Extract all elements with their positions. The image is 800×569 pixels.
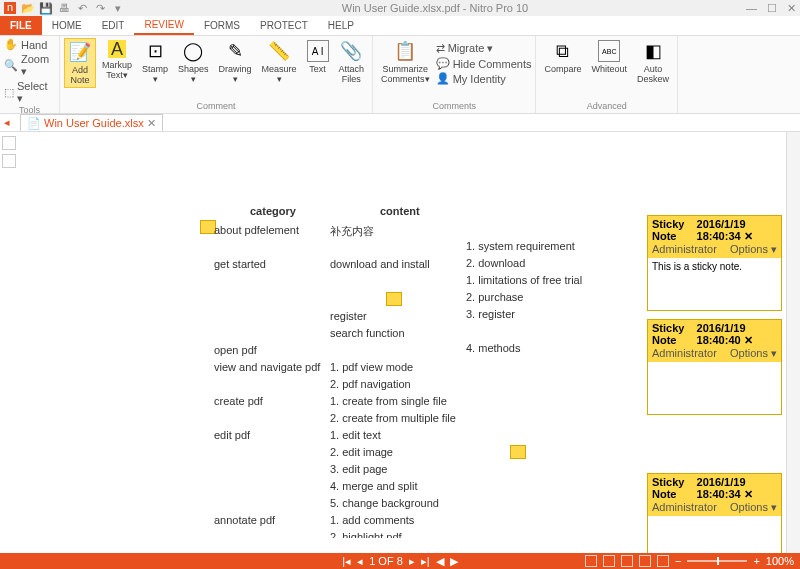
bookmarks-panel-icon[interactable] [2,154,16,168]
ruler-icon: 📏 [268,40,290,62]
cell-category: get started [214,258,266,270]
sticky-note-card[interactable]: Sticky Note2016/1/19 18:40:40 ✕Administr… [647,319,782,415]
drawing-button[interactable]: ✎Drawing ▾ [215,38,256,86]
cell-content: 2. highlight pdf [330,531,402,538]
cell-content: 2. pdf navigation [330,378,411,390]
note-icon: 📝 [69,41,91,63]
cell-content: 2. edit image [330,446,393,458]
tab-edit[interactable]: EDIT [92,16,135,35]
zoom-in-icon[interactable]: + [753,555,759,567]
view-facing-icon[interactable] [621,555,633,567]
note-title: Sticky Note [652,476,697,501]
cell-content: register [330,310,367,322]
undo-icon[interactable]: ↶ [76,2,88,14]
tab-nav-prev[interactable]: ◂ [4,116,10,129]
markup-button[interactable]: AMarkup Text▾ [98,38,136,82]
tab-forms[interactable]: FORMS [194,16,250,35]
tool-hand[interactable]: ✋Hand [4,38,55,51]
print-icon[interactable]: 🖶 [58,2,70,14]
cell-content-3: 4. methods [466,342,520,354]
zoom-slider[interactable] [687,560,747,562]
note-title: Sticky Note [652,218,697,243]
note-body[interactable]: This is a sticky note. [648,258,781,310]
maximize-icon[interactable]: ☐ [767,2,777,15]
note-options[interactable]: Options ▾ [730,347,777,360]
view-fit-icon[interactable] [657,555,669,567]
summarize-button[interactable]: 📋Summarize Comments▾ [377,38,434,86]
summarize-icon: 📋 [394,40,416,62]
sticky-note-marker[interactable] [510,445,526,459]
hide-comments-button[interactable]: 💬Hide Comments [436,57,532,70]
tool-select[interactable]: ⬚Select ▾ [4,80,55,105]
prev-page-icon[interactable]: ◂ [357,555,363,568]
select-icon: ⬚ [4,86,14,99]
compare-button[interactable]: ⧉Compare [540,38,585,76]
view-facing-cont-icon[interactable] [639,555,651,567]
view-single-icon[interactable] [585,555,597,567]
menu-tabs: FILE HOME EDIT REVIEW FORMS PROTECT HELP [0,16,800,36]
tab-home[interactable]: HOME [42,16,92,35]
first-page-icon[interactable]: |◂ [342,555,351,568]
doc-icon: 📄 [27,117,41,130]
whiteout-icon: ABC [598,40,620,62]
open-icon[interactable]: 📂 [22,2,34,14]
nav-fwd-icon[interactable]: ▶ [450,555,458,568]
next-page-icon[interactable]: ▸ [409,555,415,568]
document-tab[interactable]: 📄 Win User Guide.xlsx ✕ [20,114,163,131]
tool-zoom[interactable]: 🔍Zoom ▾ [4,53,55,78]
measure-button[interactable]: 📏Measure ▾ [258,38,301,86]
text-button[interactable]: A IText [303,38,333,76]
minimize-icon[interactable]: — [746,2,757,15]
note-time: 2016/1/19 18:40:34 ✕ [697,476,777,501]
whiteout-button[interactable]: ABCWhiteout [588,38,632,76]
cell-content-3: 3. register [466,308,515,320]
cell-category: edit pdf [214,429,250,441]
app-icon: n [4,2,16,14]
note-author: Administrator [652,243,717,256]
add-note-button[interactable]: 📝Add Note [64,38,96,88]
last-page-icon[interactable]: ▸| [421,555,430,568]
deskew-icon: ◧ [642,40,664,62]
zoom-out-icon[interactable]: − [675,555,681,567]
cell-content: 2. create from multiple file [330,412,456,424]
attach-button[interactable]: 📎Attach Files [335,38,369,86]
shapes-button[interactable]: ◯Shapes ▾ [174,38,213,86]
note-body[interactable] [648,362,781,414]
nav-back-icon[interactable]: ◀ [436,555,444,568]
sticky-note-card[interactable]: Sticky Note2016/1/19 18:40:34 ✕Administr… [647,215,782,311]
cell-content: search function [330,327,405,339]
tab-protect[interactable]: PROTECT [250,16,318,35]
doc-tab-name: Win User Guide.xlsx [44,117,144,129]
autodeskew-button[interactable]: ◧Auto Deskew [633,38,673,86]
sticky-note-marker[interactable] [386,292,402,306]
svg-text:n: n [7,2,13,13]
scrollbar-vertical[interactable] [786,132,800,553]
qat-more-icon[interactable]: ▾ [112,2,124,14]
hdr-content: content [380,205,420,217]
cell-content-3: 1. system requirement [466,240,575,252]
status-bar: |◂ ◂ 1 OF 8 ▸ ▸| ◀ ▶ − + 100% [0,553,800,569]
note-time: 2016/1/19 18:40:40 ✕ [697,322,777,347]
cell-category: view and navigate pdf [214,361,320,373]
identity-button[interactable]: 👤My Identity [436,72,532,85]
markup-icon: A [108,40,126,58]
save-icon[interactable]: 💾 [40,2,52,14]
migrate-button[interactable]: ⇄Migrate ▾ [436,42,532,55]
tab-review[interactable]: REVIEW [134,16,193,35]
tab-file[interactable]: FILE [0,16,42,35]
redo-icon[interactable]: ↷ [94,2,106,14]
note-title: Sticky Note [652,322,697,347]
close-icon[interactable]: ✕ [787,2,796,15]
migrate-icon: ⇄ [436,42,445,55]
note-time: 2016/1/19 18:40:34 ✕ [697,218,777,243]
cell-content: 1. create from single file [330,395,447,407]
cell-content: 1. edit text [330,429,381,441]
view-continuous-icon[interactable] [603,555,615,567]
note-options[interactable]: Options ▾ [730,501,777,514]
note-options[interactable]: Options ▾ [730,243,777,256]
ribbon: ✋Hand 🔍Zoom ▾ ⬚Select ▾ Tools 📝Add Note … [0,36,800,114]
tab-help[interactable]: HELP [318,16,364,35]
stamp-button[interactable]: ⊡Stamp ▾ [138,38,172,86]
doc-tab-close[interactable]: ✕ [147,117,156,130]
pages-panel-icon[interactable] [2,136,16,150]
